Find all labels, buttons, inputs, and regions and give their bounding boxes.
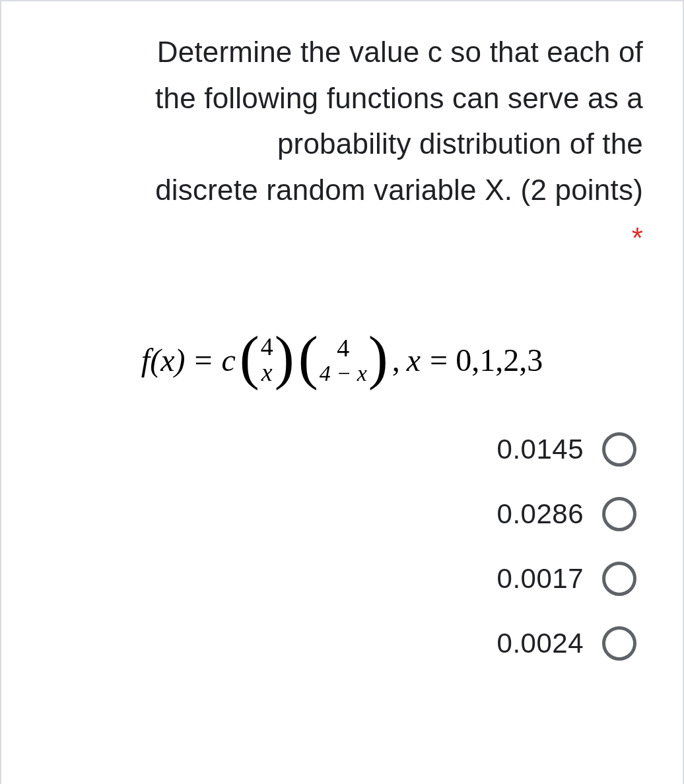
binom2-top: 4 — [337, 335, 349, 362]
option-3[interactable]: 0.0017 — [497, 562, 636, 596]
question-line-2: the following functions can serve as a — [155, 82, 643, 114]
formula: f(x) = c ( 4 x ) ( 4 4 − x ) , x — [141, 334, 543, 387]
left-paren-1: ( — [240, 337, 259, 378]
required-asterisk: * — [41, 215, 643, 261]
formula-comma: , — [392, 342, 400, 378]
binom1-top: 4 — [261, 334, 273, 360]
question-line-4: discrete random variable X. (2 points) — [155, 174, 643, 206]
form-question-card: Determine the value c so that each of th… — [0, 0, 684, 784]
left-paren-2: ( — [298, 337, 318, 378]
option-4[interactable]: 0.0024 — [497, 626, 636, 661]
formula-var: x — [407, 342, 421, 378]
binom2-bottom: 4 − x — [320, 362, 367, 385]
question-line-1: Determine the value c so that each of — [157, 36, 643, 68]
formula-lhs: f(x) — [141, 342, 186, 378]
option-2-label: 0.0286 — [497, 498, 584, 530]
binomial-2: ( 4 4 − x ) — [298, 335, 388, 385]
question-line-3: probability distribution of the — [277, 127, 643, 160]
right-paren-2: ) — [368, 337, 388, 378]
radio-icon[interactable] — [602, 497, 636, 531]
option-3-label: 0.0017 — [497, 563, 584, 595]
radio-icon[interactable] — [602, 432, 636, 467]
question-text: Determine the value c so that each of th… — [41, 29, 643, 261]
option-1-label: 0.0145 — [497, 434, 584, 465]
binom1-bottom: x — [261, 360, 273, 386]
formula-domain: = 0,1,2,3 — [430, 342, 543, 378]
radio-icon[interactable] — [602, 626, 636, 661]
formula-container: f(x) = c ( 4 x ) ( 4 4 − x ) , x — [41, 334, 643, 387]
formula-coef: c — [222, 342, 236, 378]
option-2[interactable]: 0.0286 — [497, 497, 636, 531]
right-paren-1: ) — [275, 337, 294, 378]
formula-equals: = — [194, 342, 212, 378]
options-list: 0.0145 0.0286 0.0017 0.0024 — [41, 432, 643, 661]
binomial-1: ( 4 x ) — [240, 334, 294, 387]
radio-icon[interactable] — [602, 562, 636, 596]
option-4-label: 0.0024 — [497, 628, 584, 659]
option-1[interactable]: 0.0145 — [497, 432, 636, 467]
